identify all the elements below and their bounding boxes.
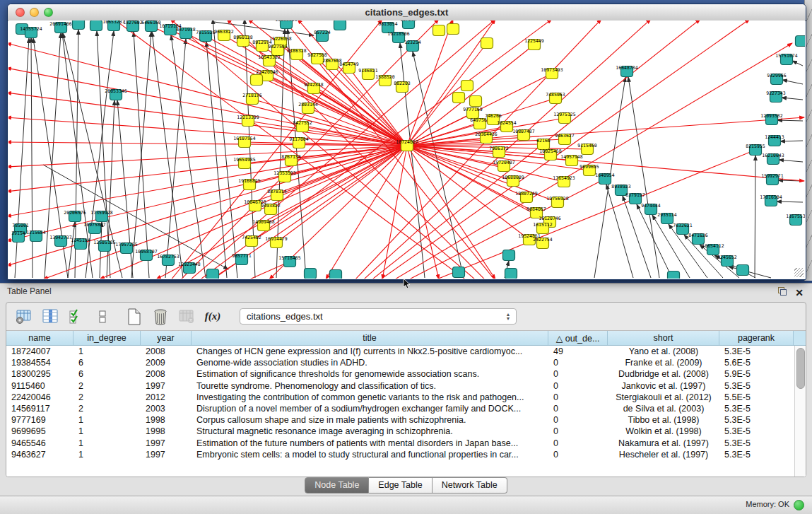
table-cell[interactable]: Tourette syndrome. Phenomenology and cla…: [192, 380, 548, 392]
table-cell[interactable]: 1: [73, 426, 141, 437]
close-window-icon[interactable]: [16, 8, 25, 17]
table-row[interactable]: 1830029562008Estimation of significance …: [6, 368, 806, 380]
table-cell[interactable]: 5.3E-5: [719, 403, 794, 414]
table-cell[interactable]: 9463627: [6, 449, 73, 460]
table-row[interactable]: 977716911998Corpus callosum shape and si…: [6, 414, 806, 426]
table-cell[interactable]: 5.5E-5: [719, 392, 794, 403]
graph-node[interactable]: [668, 271, 680, 279]
table-cell[interactable]: 0: [548, 392, 608, 403]
new-table-icon[interactable]: [125, 308, 143, 326]
column-header-year[interactable]: year: [141, 331, 192, 345]
graph-node[interactable]: [796, 36, 806, 47]
zoom-window-icon[interactable]: [44, 8, 53, 17]
graph-node[interactable]: [503, 250, 515, 261]
graph-node[interactable]: [453, 93, 465, 103]
table-cell[interactable]: 5.3E-5: [719, 414, 794, 426]
graph-node[interactable]: [481, 38, 493, 49]
table-cell[interactable]: Yano et al. (2008): [608, 346, 719, 357]
table-cell[interactable]: Genome-wide association studies in ADHD.: [192, 357, 548, 368]
table-cell[interactable]: 1997: [141, 438, 192, 449]
table-cell[interactable]: 0: [548, 403, 608, 414]
table-cell[interactable]: Hescheler et al. (1997): [608, 449, 719, 460]
network-graph[interactable]: 1435572420691406106532871527602646616010…: [8, 21, 805, 279]
table-cell[interactable]: 0: [548, 380, 608, 392]
column-header-short[interactable]: short: [608, 331, 719, 345]
row-height-icon[interactable]: [93, 308, 112, 326]
table-cell[interactable]: 1998: [141, 426, 192, 437]
graph-node[interactable]: [447, 24, 459, 35]
table-row[interactable]: 1872400712008Changes of HCN gene express…: [6, 346, 806, 357]
column-header-title[interactable]: title: [192, 331, 548, 345]
table-row[interactable]: 2242004622012Investigating the contribut…: [6, 392, 806, 403]
table-cell[interactable]: 1: [73, 346, 141, 357]
table-cell[interactable]: 5.3E-5: [719, 426, 794, 437]
table-cell[interactable]: 2: [73, 403, 141, 414]
table-cell[interactable]: 22420046: [6, 392, 73, 403]
graph-node[interactable]: [453, 267, 465, 278]
tab-node-table[interactable]: Node Table: [305, 477, 369, 493]
table-cell[interactable]: 14569117: [6, 403, 73, 414]
column-header-name[interactable]: name: [6, 331, 73, 345]
table-cell[interactable]: Franke et al. (2009): [608, 357, 719, 368]
table-cell[interactable]: 9465546: [6, 438, 73, 449]
table-cell[interactable]: Disruption of a novel member of a sodium…: [192, 403, 548, 414]
close-panel-icon[interactable]: ✕: [795, 285, 804, 300]
table-cell[interactable]: Tibbo et al. (1998): [608, 414, 719, 426]
table-cell[interactable]: Structural magnetic resonance image aver…: [192, 426, 548, 437]
tab-network-table[interactable]: Network Table: [433, 477, 507, 493]
table-cell[interactable]: 1998: [141, 414, 192, 426]
table-cell[interactable]: 19384554: [6, 357, 73, 368]
minimize-window-icon[interactable]: [30, 8, 39, 17]
column-header-out-de-[interactable]: △ out_de...: [548, 331, 608, 345]
table-cell[interactable]: 0: [548, 449, 608, 460]
table-cell[interactable]: 0: [548, 357, 608, 368]
table-cell[interactable]: 1: [73, 449, 141, 460]
column-header-pagerank[interactable]: pagerank: [719, 331, 794, 345]
import-table-icon[interactable]: [177, 308, 196, 326]
graph-node[interactable]: [737, 265, 749, 276]
float-panel-icon[interactable]: [778, 287, 787, 296]
graph-node[interactable]: [470, 96, 482, 107]
column-header-in-degree[interactable]: in_degree: [73, 331, 141, 345]
delete-table-icon[interactable]: [151, 308, 170, 326]
table-cell[interactable]: 0: [548, 426, 608, 437]
table-cell[interactable]: 2: [73, 380, 141, 392]
table-cell[interactable]: 0: [548, 414, 608, 426]
vertical-scrollbar[interactable]: [794, 346, 806, 477]
table-cell[interactable]: 2008: [141, 346, 192, 357]
table-row[interactable]: 969969511998Structural magnetic resonanc…: [6, 426, 806, 437]
graph-node[interactable]: [330, 270, 342, 279]
table-cell[interactable]: Jankovic et al. (1997): [608, 380, 719, 392]
table-cell[interactable]: 2: [73, 392, 141, 403]
table-cell[interactable]: 1997: [141, 449, 192, 460]
table-row[interactable]: 911546021997Tourette syndrome. Phenomeno…: [6, 380, 806, 392]
table-cell[interactable]: 2008: [141, 368, 192, 380]
table-column-icon[interactable]: [41, 308, 59, 326]
table-cell[interactable]: 2009: [141, 357, 192, 368]
table-cell[interactable]: 5.3E-5: [719, 346, 794, 357]
table-cell[interactable]: Estimation of the future numbers of pati…: [192, 438, 548, 449]
table-cell[interactable]: 0: [548, 368, 608, 380]
table-cell[interactable]: 1: [73, 438, 141, 449]
graph-node[interactable]: [461, 81, 473, 91]
table-cell[interactable]: Wolkin et al. (1998): [608, 426, 719, 437]
table-cell[interactable]: 49: [548, 346, 608, 357]
tab-edge-table[interactable]: Edge Table: [369, 477, 432, 493]
table-row[interactable]: 946362711997Embryonic stem cells: a mode…: [6, 449, 806, 460]
table-cell[interactable]: Stergiakouli et al. (2012): [608, 392, 719, 403]
network-view-window[interactable]: citations_edges.txt 14355724206914061065…: [7, 4, 806, 280]
table-cell[interactable]: 9699695: [6, 426, 73, 437]
table-cell[interactable]: 6: [73, 368, 141, 380]
table-cell[interactable]: 5.9E-5: [719, 368, 794, 380]
table-row[interactable]: 946554611997Estimation of the future num…: [6, 438, 806, 449]
table-cell[interactable]: Embryonic stem cells: a model to study s…: [192, 449, 548, 460]
function-builder-icon[interactable]: f(x): [204, 308, 222, 326]
table-cell[interactable]: 5.3E-5: [719, 438, 794, 449]
table-cell[interactable]: Estimation of significance thresholds fo…: [192, 368, 548, 380]
table-cell[interactable]: 9115460: [6, 380, 73, 392]
table-cell[interactable]: 1: [73, 414, 141, 426]
table-cell[interactable]: Changes of HCN gene expression and I(f) …: [192, 346, 548, 357]
graph-node[interactable]: [73, 21, 85, 30]
table-cell[interactable]: 0: [548, 438, 608, 449]
window-titlebar[interactable]: citations_edges.txt: [8, 4, 806, 21]
